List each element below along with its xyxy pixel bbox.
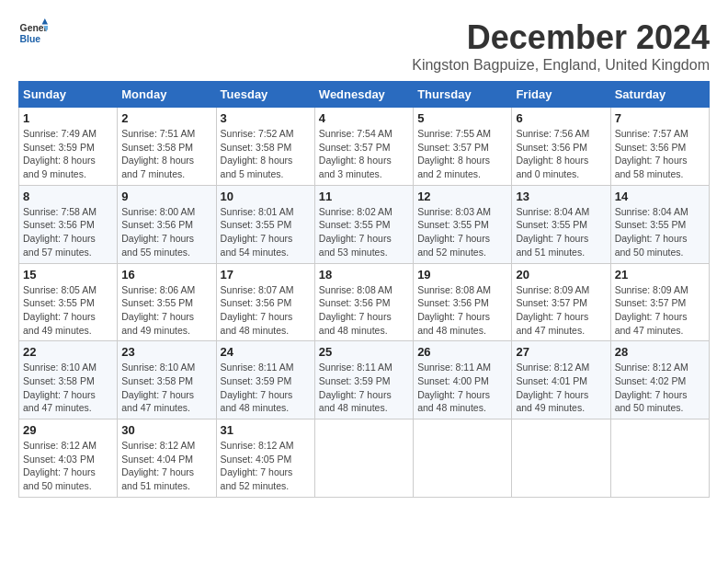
title-section: December 2024 Kingston Bagpuize, England… [412, 18, 710, 74]
day-number: 7 [615, 111, 705, 125]
day-info: Sunrise: 8:12 AM Sunset: 4:02 PM Dayligh… [615, 361, 705, 415]
day-number: 24 [221, 345, 311, 359]
day-info: Sunrise: 8:04 AM Sunset: 3:55 PM Dayligh… [615, 205, 705, 259]
calendar-cell: 28Sunrise: 8:12 AM Sunset: 4:02 PM Dayli… [610, 341, 709, 419]
day-info: Sunrise: 7:51 AM Sunset: 3:58 PM Dayligh… [121, 127, 211, 181]
calendar-cell: 12Sunrise: 8:03 AM Sunset: 3:55 PM Dayli… [414, 185, 512, 263]
subtitle: Kingston Bagpuize, England, United Kingd… [412, 57, 710, 74]
calendar-cell: 9Sunrise: 8:00 AM Sunset: 3:56 PM Daylig… [118, 185, 216, 263]
calendar-cell: 30Sunrise: 8:12 AM Sunset: 4:04 PM Dayli… [118, 419, 216, 498]
svg-text:Blue: Blue [20, 34, 41, 44]
calendar-cell [414, 419, 512, 498]
day-number: 19 [417, 268, 507, 282]
day-info: Sunrise: 8:05 AM Sunset: 3:55 PM Dayligh… [23, 283, 113, 338]
calendar-cell: 6Sunrise: 7:56 AM Sunset: 3:56 PM Daylig… [512, 108, 610, 186]
day-number: 8 [23, 190, 113, 203]
calendar-cell: 11Sunrise: 8:02 AM Sunset: 3:55 PM Dayli… [314, 185, 413, 263]
day-info: Sunrise: 8:12 AM Sunset: 4:01 PM Dayligh… [516, 361, 606, 415]
day-number: 28 [615, 345, 705, 359]
calendar-week-row: 22Sunrise: 8:10 AM Sunset: 3:58 PM Dayli… [19, 341, 710, 419]
day-info: Sunrise: 7:58 AM Sunset: 3:56 PM Dayligh… [23, 205, 113, 259]
day-number: 1 [23, 111, 113, 125]
day-info: Sunrise: 8:11 AM Sunset: 4:00 PM Dayligh… [417, 361, 507, 415]
calendar-header-friday: Friday [512, 82, 610, 108]
day-number: 22 [23, 345, 113, 359]
calendar-cell: 4Sunrise: 7:54 AM Sunset: 3:57 PM Daylig… [314, 108, 413, 186]
calendar-cell [512, 419, 610, 498]
svg-marker-2 [42, 18, 48, 24]
day-number: 17 [221, 268, 311, 282]
day-number: 30 [121, 423, 211, 437]
day-info: Sunrise: 8:02 AM Sunset: 3:55 PM Dayligh… [319, 205, 409, 259]
day-info: Sunrise: 8:09 AM Sunset: 3:57 PM Dayligh… [516, 283, 606, 338]
calendar-cell: 8Sunrise: 7:58 AM Sunset: 3:56 PM Daylig… [19, 185, 118, 263]
day-number: 2 [121, 111, 211, 125]
calendar-cell: 1Sunrise: 7:49 AM Sunset: 3:59 PM Daylig… [19, 108, 118, 186]
calendar-cell: 16Sunrise: 8:06 AM Sunset: 3:55 PM Dayli… [118, 263, 216, 341]
calendar-cell: 27Sunrise: 8:12 AM Sunset: 4:01 PM Dayli… [512, 341, 610, 419]
calendar-cell: 3Sunrise: 7:52 AM Sunset: 3:58 PM Daylig… [216, 108, 314, 186]
logo: General Blue [18, 18, 48, 48]
day-number: 3 [221, 111, 311, 125]
calendar-cell: 29Sunrise: 8:12 AM Sunset: 4:03 PM Dayli… [19, 419, 118, 498]
day-info: Sunrise: 7:52 AM Sunset: 3:58 PM Dayligh… [221, 127, 311, 181]
calendar-cell: 19Sunrise: 8:08 AM Sunset: 3:56 PM Dayli… [414, 263, 512, 341]
calendar-cell: 20Sunrise: 8:09 AM Sunset: 3:57 PM Dayli… [512, 263, 610, 341]
calendar-week-row: 8Sunrise: 7:58 AM Sunset: 3:56 PM Daylig… [19, 185, 710, 263]
day-info: Sunrise: 8:11 AM Sunset: 3:59 PM Dayligh… [221, 361, 311, 415]
calendar-cell: 18Sunrise: 8:08 AM Sunset: 3:56 PM Dayli… [314, 263, 413, 341]
calendar-header-thursday: Thursday [414, 82, 512, 108]
logo-icon: General Blue [18, 18, 48, 48]
day-number: 4 [319, 111, 409, 125]
day-info: Sunrise: 8:10 AM Sunset: 3:58 PM Dayligh… [23, 361, 113, 415]
calendar-week-row: 1Sunrise: 7:49 AM Sunset: 3:59 PM Daylig… [19, 108, 710, 186]
day-info: Sunrise: 8:10 AM Sunset: 3:58 PM Dayligh… [121, 361, 211, 415]
calendar-header-saturday: Saturday [610, 82, 709, 108]
calendar-cell [314, 419, 413, 498]
day-number: 14 [615, 190, 705, 203]
calendar-cell: 25Sunrise: 8:11 AM Sunset: 3:59 PM Dayli… [314, 341, 413, 419]
day-info: Sunrise: 7:54 AM Sunset: 3:57 PM Dayligh… [319, 127, 409, 181]
day-number: 13 [516, 190, 606, 203]
calendar-cell: 2Sunrise: 7:51 AM Sunset: 3:58 PM Daylig… [118, 108, 216, 186]
calendar-cell: 31Sunrise: 8:12 AM Sunset: 4:05 PM Dayli… [216, 419, 314, 498]
calendar-cell: 26Sunrise: 8:11 AM Sunset: 4:00 PM Dayli… [414, 341, 512, 419]
day-number: 11 [319, 190, 409, 203]
calendar-cell: 15Sunrise: 8:05 AM Sunset: 3:55 PM Dayli… [19, 263, 118, 341]
day-number: 5 [417, 111, 507, 125]
day-info: Sunrise: 8:04 AM Sunset: 3:55 PM Dayligh… [516, 205, 606, 259]
day-info: Sunrise: 8:07 AM Sunset: 3:56 PM Dayligh… [221, 283, 311, 338]
day-number: 12 [417, 190, 507, 203]
calendar-header-wednesday: Wednesday [314, 82, 413, 108]
header-section: General Blue December 2024 Kingston Bagp… [18, 18, 710, 74]
day-number: 26 [417, 345, 507, 359]
day-info: Sunrise: 8:12 AM Sunset: 4:03 PM Dayligh… [23, 439, 113, 493]
calendar-week-row: 29Sunrise: 8:12 AM Sunset: 4:03 PM Dayli… [19, 419, 710, 498]
day-info: Sunrise: 8:12 AM Sunset: 4:05 PM Dayligh… [221, 439, 311, 493]
calendar-cell: 17Sunrise: 8:07 AM Sunset: 3:56 PM Dayli… [216, 263, 314, 341]
day-info: Sunrise: 8:12 AM Sunset: 4:04 PM Dayligh… [121, 439, 211, 493]
svg-text:General: General [20, 23, 48, 33]
day-number: 25 [319, 345, 409, 359]
day-info: Sunrise: 8:09 AM Sunset: 3:57 PM Dayligh… [615, 283, 705, 338]
calendar-table: SundayMondayTuesdayWednesdayThursdayFrid… [18, 81, 710, 498]
day-number: 10 [221, 190, 311, 203]
day-info: Sunrise: 7:57 AM Sunset: 3:56 PM Dayligh… [615, 127, 705, 181]
day-number: 16 [121, 268, 211, 282]
calendar-cell [610, 419, 709, 498]
day-number: 9 [121, 190, 211, 203]
day-number: 21 [615, 268, 705, 282]
month-title: December 2024 [412, 18, 710, 57]
day-number: 20 [516, 268, 606, 282]
day-info: Sunrise: 7:56 AM Sunset: 3:56 PM Dayligh… [516, 127, 606, 181]
calendar-header-row: SundayMondayTuesdayWednesdayThursdayFrid… [19, 82, 710, 108]
calendar-header-monday: Monday [118, 82, 216, 108]
calendar-cell: 24Sunrise: 8:11 AM Sunset: 3:59 PM Dayli… [216, 341, 314, 419]
calendar-week-row: 15Sunrise: 8:05 AM Sunset: 3:55 PM Dayli… [19, 263, 710, 341]
calendar-cell: 10Sunrise: 8:01 AM Sunset: 3:55 PM Dayli… [216, 185, 314, 263]
day-info: Sunrise: 8:03 AM Sunset: 3:55 PM Dayligh… [417, 205, 507, 259]
calendar-cell: 7Sunrise: 7:57 AM Sunset: 3:56 PM Daylig… [610, 108, 709, 186]
day-number: 23 [121, 345, 211, 359]
calendar-cell: 5Sunrise: 7:55 AM Sunset: 3:57 PM Daylig… [414, 108, 512, 186]
calendar-cell: 22Sunrise: 8:10 AM Sunset: 3:58 PM Dayli… [19, 341, 118, 419]
